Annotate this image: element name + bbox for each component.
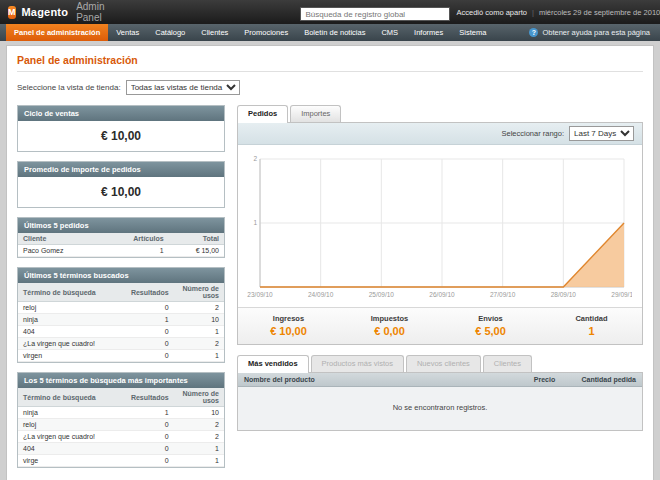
global-search-input[interactable] bbox=[300, 7, 450, 21]
nav-item-newsletter[interactable]: Boletín de noticias bbox=[296, 24, 373, 41]
table-cell: ¿La virgen que cuadro! bbox=[18, 338, 126, 350]
svg-text:24/09/10: 24/09/10 bbox=[308, 291, 334, 298]
table-row: virgen01 bbox=[18, 350, 224, 362]
table-cell: virgen bbox=[18, 350, 126, 362]
column-header: Término de búsqueda bbox=[18, 388, 126, 407]
table-cell: 0 bbox=[126, 431, 174, 443]
stat-quantity-value: 1 bbox=[541, 325, 642, 337]
table-cell: virge bbox=[18, 455, 126, 467]
lifetime-sales-value: € 10,00 bbox=[18, 121, 224, 151]
tab-amounts[interactable]: Importes bbox=[290, 105, 341, 122]
table-cell: 1 bbox=[102, 245, 169, 257]
svg-text:29/09/10: 29/09/10 bbox=[611, 291, 632, 298]
table-row: ninja110 bbox=[18, 314, 224, 326]
table-row: reloj02 bbox=[18, 419, 224, 431]
table-cell: 1 bbox=[174, 455, 224, 467]
last-search-terms-box: Últimos 5 términos buscados Término de b… bbox=[17, 267, 225, 363]
table-cell: ninja bbox=[18, 407, 126, 419]
top-search-terms-table: Término de búsquedaResultadosNúmero de u… bbox=[18, 388, 224, 467]
column-header: Total bbox=[169, 233, 224, 245]
help-link[interactable]: ? Obtener ayuda para esta página bbox=[529, 24, 660, 41]
table-row: ¿La virgen que cuadro!02 bbox=[18, 338, 224, 350]
page-title: Panel de administración bbox=[17, 54, 643, 72]
stat-shipping: Envíos € 5,00 bbox=[440, 314, 541, 337]
column-header: Nombre del producto bbox=[238, 373, 488, 387]
tab-new-customers[interactable]: Nuevos clientes bbox=[406, 355, 481, 372]
table-cell: 404 bbox=[18, 443, 126, 455]
magento-logo-icon: M bbox=[8, 6, 16, 19]
last-search-terms-title: Últimos 5 términos buscados bbox=[18, 268, 224, 283]
table-cell: 1 bbox=[126, 314, 174, 326]
lifetime-sales-box: Ciclo de ventas € 10,00 bbox=[17, 105, 225, 152]
table-cell: 2 bbox=[174, 431, 224, 443]
svg-text:1: 1 bbox=[253, 219, 257, 226]
column-header: Número de usos bbox=[174, 283, 224, 302]
tab-orders[interactable]: Pedidos bbox=[237, 105, 288, 123]
range-bar: Seleccionar rango: Last 7 Days bbox=[238, 123, 642, 145]
separator: | bbox=[532, 8, 534, 17]
table-row: reloj02 bbox=[18, 302, 224, 314]
table-cell: ninja bbox=[18, 314, 126, 326]
store-view-switcher: Seleccione la vista de tienda: Todas las… bbox=[17, 80, 643, 95]
stat-tax-label: Impuestos bbox=[339, 314, 440, 323]
area-chart-svg: 1223/09/1024/09/1025/09/1026/09/1027/09/… bbox=[244, 153, 632, 301]
table-cell: Paco Gomez bbox=[18, 245, 102, 257]
table-cell: 1 bbox=[174, 350, 224, 362]
column-header: Precio bbox=[488, 373, 561, 387]
chart-tabs: Pedidos Importes bbox=[237, 105, 643, 122]
stat-revenue-label: Ingresos bbox=[238, 314, 339, 323]
nav-item-promotions[interactable]: Promociones bbox=[236, 24, 296, 41]
table-cell: 0 bbox=[126, 350, 174, 362]
table-cell: 10 bbox=[174, 314, 224, 326]
current-date: miércoles 29 de septiembre de 2010 bbox=[539, 8, 660, 17]
totals-row: Ingresos € 10,00 Impuestos € 0,00 Envíos… bbox=[238, 307, 642, 344]
column-header: Artículos bbox=[102, 233, 169, 245]
average-orders-value: € 10,00 bbox=[18, 177, 224, 207]
table-row: virge01 bbox=[18, 455, 224, 467]
nav-item-sales[interactable]: Ventas bbox=[108, 24, 147, 41]
last-search-terms-table: Término de búsquedaResultadosNúmero de u… bbox=[18, 283, 224, 362]
nav-item-dashboard[interactable]: Panel de administración bbox=[6, 24, 108, 41]
table-cell: reloj bbox=[18, 302, 126, 314]
svg-text:26/09/10: 26/09/10 bbox=[429, 291, 455, 298]
table-cell: ¿La virgen que cuadro! bbox=[18, 431, 126, 443]
last-orders-title: Últimos 5 pedidos bbox=[18, 218, 224, 233]
top-search-terms-box: Los 5 términos de búsqueda más important… bbox=[17, 372, 225, 468]
bestsellers-grid: Nombre del productoPrecioCantidad pedida bbox=[238, 373, 642, 387]
store-view-select[interactable]: Todas las vistas de tienda bbox=[126, 80, 240, 95]
table-row: 40401 bbox=[18, 443, 224, 455]
svg-text:2: 2 bbox=[253, 155, 257, 162]
svg-text:27/09/10: 27/09/10 bbox=[490, 291, 516, 298]
main-nav: Panel de administración Ventas Catálogo … bbox=[0, 24, 660, 41]
table-row: 40401 bbox=[18, 326, 224, 338]
dashboard-main-column: Pedidos Importes Seleccionar rango: Last… bbox=[237, 105, 643, 468]
table-row: Paco Gomez1€ 15,00 bbox=[18, 245, 224, 257]
top-bar: M Magento Admin Panel Accedió como apart… bbox=[0, 0, 660, 24]
table-cell: 10 bbox=[174, 407, 224, 419]
nav-item-cms[interactable]: CMS bbox=[373, 24, 406, 41]
logo-subtext: Admin Panel bbox=[76, 1, 104, 23]
top-search-terms-title: Los 5 términos de búsqueda más important… bbox=[18, 373, 224, 388]
orders-area-chart: 1223/09/1024/09/1025/09/1026/09/1027/09/… bbox=[244, 153, 632, 305]
store-view-label: Seleccione la vista de tienda: bbox=[17, 83, 121, 92]
table-cell: 404 bbox=[18, 326, 126, 338]
last-orders-table: ClienteArtículosTotal Paco Gomez1€ 15,00 bbox=[18, 233, 224, 257]
table-cell: 0 bbox=[126, 326, 174, 338]
nav-item-reports[interactable]: Informes bbox=[406, 24, 451, 41]
tab-most-viewed[interactable]: Productos más vistos bbox=[311, 355, 404, 372]
stat-tax: Impuestos € 0,00 bbox=[339, 314, 440, 337]
tab-bestsellers[interactable]: Más vendidos bbox=[237, 355, 309, 373]
table-cell: 0 bbox=[126, 302, 174, 314]
range-select[interactable]: Last 7 Days bbox=[569, 126, 634, 141]
column-header: Resultados bbox=[126, 283, 174, 302]
nav-item-system[interactable]: Sistema bbox=[451, 24, 494, 41]
table-cell: reloj bbox=[18, 419, 126, 431]
last-orders-box: Últimos 5 pedidos ClienteArtículosTotal … bbox=[17, 217, 225, 258]
column-header: Cliente bbox=[18, 233, 102, 245]
table-cell: 2 bbox=[174, 338, 224, 350]
tab-customers[interactable]: Clientes bbox=[483, 355, 532, 372]
table-cell: 1 bbox=[174, 443, 224, 455]
nav-item-customers[interactable]: Clientes bbox=[193, 24, 236, 41]
nav-item-catalog[interactable]: Catálogo bbox=[147, 24, 193, 41]
global-search bbox=[300, 3, 450, 22]
